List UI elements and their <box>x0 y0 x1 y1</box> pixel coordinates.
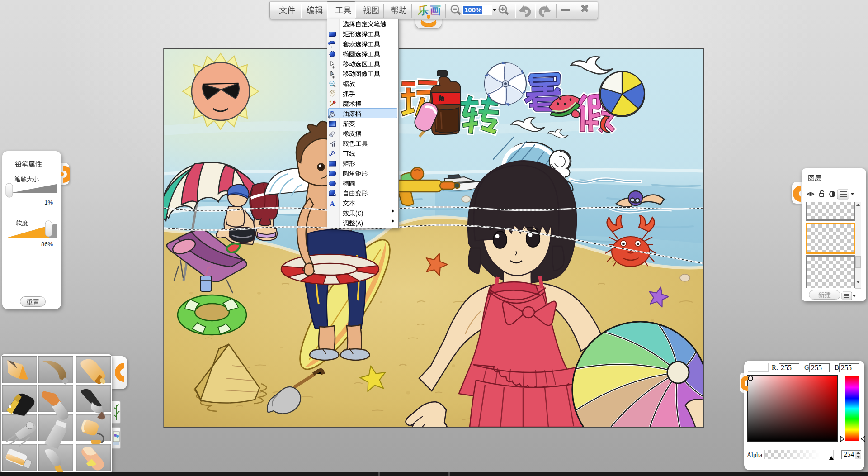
svg-text:la: la <box>439 95 444 102</box>
